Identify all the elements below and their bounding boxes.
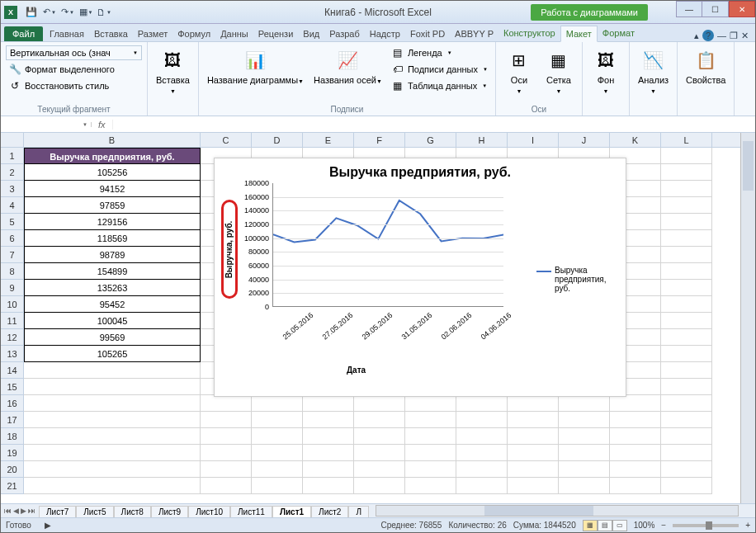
axes-button[interactable]: ⊞Оси▼ — [501, 45, 537, 97]
column-header[interactable]: J — [559, 133, 610, 147]
cell[interactable] — [559, 461, 610, 478]
cell[interactable] — [405, 395, 456, 412]
cell[interactable] — [456, 395, 508, 412]
row-header[interactable]: 16 — [1, 395, 23, 412]
vertical-scrollbar[interactable] — [740, 133, 755, 508]
cell[interactable] — [661, 164, 712, 181]
cell[interactable] — [201, 395, 252, 412]
x-axis-label[interactable]: Дата — [347, 366, 366, 375]
cell[interactable] — [456, 461, 508, 478]
cell[interactable] — [661, 181, 712, 197]
cell[interactable] — [201, 461, 252, 478]
row-header[interactable]: 8 — [1, 263, 23, 280]
ribbon-tab[interactable]: Главная — [45, 26, 89, 41]
row-header[interactable]: 10 — [1, 296, 23, 313]
redo-icon[interactable]: ↷▼ — [60, 5, 75, 20]
sheet-tab[interactable]: Лист10 — [188, 506, 230, 517]
column-header[interactable]: D — [252, 133, 303, 147]
cell[interactable] — [303, 428, 354, 445]
row-header[interactable]: 20 — [1, 461, 23, 478]
cell[interactable]: 118569 — [24, 230, 201, 247]
cell[interactable] — [661, 230, 712, 247]
cell[interactable] — [661, 379, 712, 395]
column-header[interactable]: G — [405, 133, 456, 147]
ribbon-tab[interactable]: Формул — [172, 26, 215, 41]
cell[interactable] — [201, 428, 252, 445]
cell[interactable] — [252, 478, 303, 494]
cell[interactable]: 99569 — [24, 329, 201, 346]
cell[interactable] — [252, 412, 303, 428]
insert-button[interactable]: 🖼 Вставка▼ — [153, 45, 193, 97]
ribbon-tab[interactable]: Вставка — [89, 26, 133, 41]
cell[interactable] — [354, 428, 405, 445]
cell[interactable] — [559, 395, 610, 412]
cell[interactable] — [559, 412, 610, 428]
cell[interactable] — [661, 148, 712, 164]
cell[interactable] — [252, 428, 303, 445]
cell[interactable] — [661, 362, 712, 379]
cell[interactable] — [456, 478, 508, 494]
row-header[interactable]: 5 — [1, 214, 23, 230]
cell[interactable] — [661, 197, 712, 214]
cell[interactable] — [24, 428, 201, 445]
plot-area[interactable] — [272, 183, 503, 307]
row-header[interactable]: 14 — [1, 362, 23, 379]
row-header[interactable]: 19 — [1, 445, 23, 461]
ribbon-tab[interactable]: Надстр — [365, 26, 405, 41]
row-header[interactable]: 13 — [1, 346, 23, 362]
zoom-level[interactable]: 100% — [634, 521, 655, 530]
column-header[interactable]: F — [354, 133, 405, 147]
sheet-tab[interactable]: Лист1 — [272, 506, 311, 517]
cell[interactable] — [24, 379, 201, 395]
help-icon[interactable]: ? — [702, 30, 714, 41]
row-header[interactable]: 1 — [1, 148, 23, 164]
cell[interactable] — [405, 428, 456, 445]
sheet-tab[interactable]: Лист9 — [151, 506, 188, 517]
cell[interactable] — [24, 362, 201, 379]
chart-legend[interactable]: Выручка предприятия, руб. — [536, 266, 619, 293]
qat-item-icon[interactable]: ▦▼ — [78, 5, 93, 20]
cell[interactable] — [201, 445, 252, 461]
cell[interactable]: Выручка предприятия, руб. — [24, 148, 201, 164]
cell[interactable] — [303, 395, 354, 412]
row-header[interactable]: 21 — [1, 478, 23, 494]
cell[interactable] — [24, 478, 201, 494]
cell[interactable] — [456, 428, 508, 445]
sheet-tab[interactable]: Лист2 — [311, 506, 348, 517]
cell[interactable] — [456, 445, 508, 461]
row-header[interactable]: 7 — [1, 247, 23, 263]
cell[interactable] — [508, 445, 559, 461]
ribbon-tab[interactable]: Размет — [133, 26, 172, 41]
sheet-tab[interactable]: Л — [348, 506, 369, 517]
cell[interactable] — [661, 280, 712, 296]
cell[interactable]: 98789 — [24, 247, 201, 263]
minimize-button[interactable]: — — [676, 1, 702, 17]
page-layout-view-button[interactable]: ▤ — [598, 520, 612, 531]
cell[interactable]: 97859 — [24, 197, 201, 214]
cell[interactable]: 95452 — [24, 296, 201, 313]
cell[interactable] — [24, 395, 201, 412]
cell[interactable] — [661, 329, 712, 346]
cell[interactable] — [303, 412, 354, 428]
normal-view-button[interactable]: ▦ — [583, 520, 598, 531]
embedded-chart[interactable]: Выручка предприятия, руб. Выручка, руб. … — [214, 158, 626, 397]
row-header[interactable]: 4 — [1, 197, 23, 214]
column-header[interactable]: K — [610, 133, 661, 147]
cell[interactable] — [610, 478, 661, 494]
file-tab[interactable]: Файл — [4, 26, 43, 41]
sheet-nav-prev-icon[interactable]: ◀ — [13, 507, 19, 515]
cell[interactable] — [456, 412, 508, 428]
cell[interactable]: 135263 — [24, 280, 201, 296]
ribbon-tab[interactable]: Foxit PD — [405, 26, 450, 41]
cell[interactable] — [661, 313, 712, 329]
row-header[interactable]: 18 — [1, 428, 23, 445]
cell[interactable] — [610, 445, 661, 461]
ribbon-minimize-icon[interactable]: ▴ — [694, 31, 699, 41]
cell[interactable]: 105265 — [24, 346, 201, 362]
ribbon-tab-context[interactable]: Формат — [598, 26, 640, 41]
page-break-view-button[interactable]: ▭ — [612, 520, 627, 531]
row-header[interactable]: 6 — [1, 230, 23, 247]
row-header[interactable]: 12 — [1, 329, 23, 346]
sheet-nav-last-icon[interactable]: ⏭ — [28, 507, 35, 515]
cell[interactable] — [661, 214, 712, 230]
